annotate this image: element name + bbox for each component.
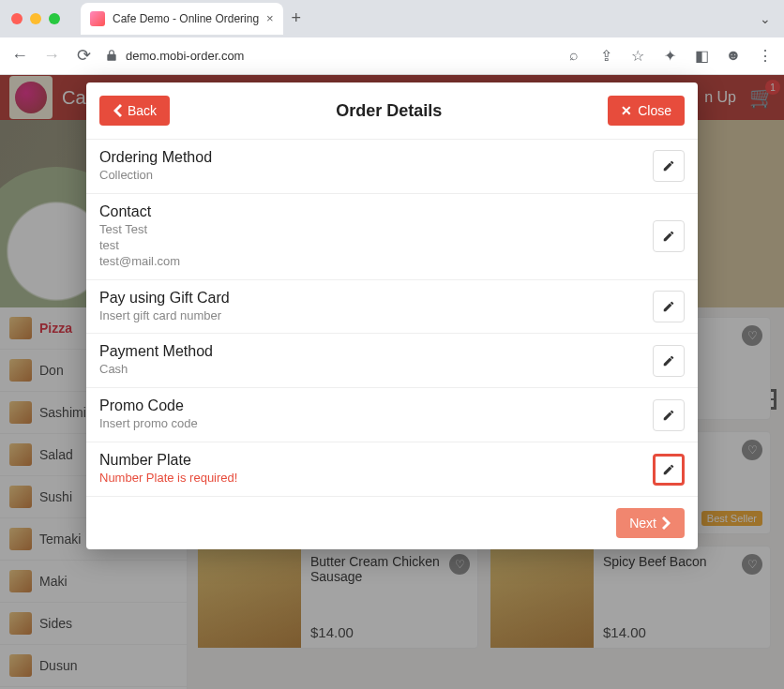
minimize-window-icon[interactable] <box>30 13 41 24</box>
tab-strip: Cafe Demo - Online Ordering × + ⌄ <box>0 0 784 37</box>
pencil-icon <box>662 354 675 367</box>
section-title: Contact <box>99 203 653 220</box>
pencil-icon <box>662 300 675 313</box>
modal-title: Order Details <box>170 101 608 121</box>
lock-icon <box>105 49 118 62</box>
share-icon[interactable]: ⇪ <box>596 46 615 65</box>
browser-tab[interactable]: Cafe Demo - Online Ordering × <box>81 3 283 35</box>
close-button[interactable]: ✕ Close <box>608 96 685 126</box>
window-controls[interactable] <box>0 13 71 24</box>
section-subtitle: Test Testtesttest@mail.com <box>99 222 653 270</box>
section-contact: ContactTest Testtesttest@mail.com <box>86 193 698 279</box>
edit-button[interactable] <box>653 345 685 377</box>
extensions-icon[interactable]: ✦ <box>660 46 679 65</box>
pencil-icon <box>662 463 675 476</box>
section-subtitle: Insert promo code <box>99 416 653 432</box>
browser-chrome: Cafe Demo - Online Ordering × + ⌄ ← → ⟳ … <box>0 0 784 75</box>
reload-icon[interactable]: ⟳ <box>73 45 94 66</box>
tab-title: Cafe Demo - Online Ordering <box>113 12 259 25</box>
next-button[interactable]: Next <box>616 508 685 538</box>
panel-icon[interactable]: ◧ <box>692 46 711 65</box>
profile-icon[interactable]: ☻ <box>724 46 743 65</box>
pencil-icon <box>662 230 675 243</box>
section-subtitle: Number Plate is required! <box>99 471 653 487</box>
tab-favicon-icon <box>90 11 105 26</box>
url-text: demo.mobi-order.com <box>126 49 244 63</box>
section-subtitle: Collection <box>99 168 653 184</box>
modal-footer: Next <box>86 496 698 549</box>
section-title: Ordering Method <box>99 149 653 166</box>
section-number-plate: Number PlateNumber Plate is required! <box>86 442 698 496</box>
forward-nav-icon[interactable]: → <box>41 45 62 66</box>
order-details-modal: Back Order Details ✕ Close Ordering Meth… <box>86 82 698 549</box>
edit-button[interactable] <box>653 399 685 431</box>
key-icon[interactable]: ⌕ <box>565 46 583 65</box>
close-x-icon: ✕ <box>621 103 632 118</box>
section-subtitle: Cash <box>99 362 653 378</box>
edit-button[interactable] <box>653 291 685 322</box>
section-pay-using-gift-card: Pay using Gift CardInsert gift card numb… <box>86 279 698 334</box>
section-title: Pay using Gift Card <box>99 290 653 307</box>
edit-button[interactable] <box>653 454 685 486</box>
chevron-left-icon <box>113 104 122 117</box>
chevron-right-icon <box>662 517 671 530</box>
section-title: Promo Code <box>99 397 653 414</box>
edit-button[interactable] <box>653 220 685 252</box>
edit-button[interactable] <box>653 150 685 182</box>
section-title: Number Plate <box>99 452 653 469</box>
close-window-icon[interactable] <box>11 13 23 24</box>
back-button[interactable]: Back <box>99 96 170 126</box>
menu-icon[interactable]: ⋮ <box>756 46 775 65</box>
pencil-icon <box>662 409 675 422</box>
section-title: Payment Method <box>99 343 653 360</box>
section-promo-code: Promo CodeInsert promo code <box>86 387 698 442</box>
star-icon[interactable]: ☆ <box>628 46 647 65</box>
section-payment-method: Payment MethodCash <box>86 333 698 387</box>
back-label: Back <box>128 103 157 118</box>
toolbar: ← → ⟳ demo.mobi-order.com ⌕ ⇪ ☆ ✦ ◧ ☻ ⋮ <box>0 37 784 75</box>
close-label: Close <box>638 103 671 118</box>
new-tab-button[interactable]: + <box>283 6 309 32</box>
tabs-overflow-icon[interactable]: ⌄ <box>746 11 784 26</box>
tab-close-icon[interactable]: × <box>266 11 274 25</box>
address-bar[interactable]: demo.mobi-order.com <box>105 49 553 63</box>
maximize-window-icon[interactable] <box>49 13 60 24</box>
section-ordering-method: Ordering MethodCollection <box>86 139 698 193</box>
modal-header: Back Order Details ✕ Close <box>86 82 698 139</box>
pencil-icon <box>662 159 675 172</box>
next-label: Next <box>629 516 656 531</box>
back-nav-icon[interactable]: ← <box>9 45 30 66</box>
section-subtitle: Insert gift card number <box>99 308 653 324</box>
